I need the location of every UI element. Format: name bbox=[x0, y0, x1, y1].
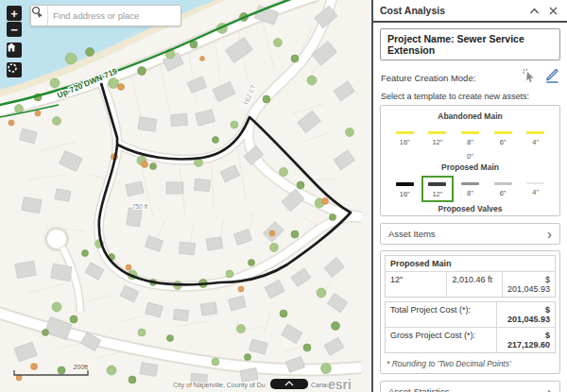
template-group-title: Proposed Valves bbox=[383, 204, 558, 213]
close-panel-button[interactable] bbox=[545, 4, 560, 17]
search-icon bbox=[31, 6, 43, 17]
rounding-footnote: * Rounding to 'Two Decimal Points' bbox=[385, 357, 556, 369]
asset-items-section[interactable]: Asset Items › bbox=[380, 223, 560, 245]
section-label: Asset Items bbox=[388, 229, 547, 239]
line-swatch bbox=[428, 131, 446, 134]
asset-cost: $ 201,045.93 bbox=[502, 272, 555, 297]
template-size-label: 6" bbox=[500, 189, 507, 197]
line-swatch bbox=[526, 131, 544, 134]
template-picker: Abandoned Main 16" 12" 8" bbox=[380, 105, 560, 216]
line-swatch bbox=[461, 131, 479, 134]
template-item-zero[interactable]: 0" bbox=[383, 152, 558, 161]
esri-logo: esri bbox=[328, 377, 352, 392]
draw-mode-button[interactable] bbox=[543, 68, 559, 87]
gross-cost-label: Gross Project Cost (*): bbox=[386, 328, 496, 352]
scale-label: 200ft bbox=[73, 364, 88, 370]
locate-button[interactable] bbox=[7, 62, 22, 77]
template-size-label: 8" bbox=[467, 138, 473, 146]
chevron-right-icon: › bbox=[547, 230, 552, 239]
cost-summary-card: Proposed Main 12" 2,010.46 ft $ 201,045.… bbox=[380, 250, 560, 374]
line-swatch bbox=[494, 131, 512, 134]
chevron-right-icon: › bbox=[547, 387, 552, 392]
attribution-text: City of Naperville, County of Du bbox=[173, 382, 266, 389]
project-name-field: Project Name: Sewer Service Extension bbox=[380, 28, 560, 60]
abandoned-main-row: 16" 12" 8" 6" bbox=[383, 125, 558, 150]
template-item-selected[interactable]: 12" bbox=[421, 176, 454, 202]
template-size-label: 16" bbox=[400, 138, 410, 146]
table-group-header: Proposed Main bbox=[386, 256, 555, 271]
line-swatch bbox=[526, 182, 544, 184]
template-size-label: 4" bbox=[532, 188, 539, 196]
line-swatch bbox=[461, 182, 479, 185]
asset-size: 12" bbox=[386, 272, 446, 297]
template-size-label: 8" bbox=[467, 189, 473, 197]
line-swatch bbox=[396, 131, 414, 134]
panel-body: Project Name: Sewer Service Extension Fe… bbox=[373, 23, 567, 392]
template-group-title: Abandoned Main bbox=[383, 111, 558, 121]
collapse-panel-button[interactable] bbox=[526, 4, 541, 17]
search-button[interactable] bbox=[162, 6, 180, 26]
cost-analysis-panel: Cost Analysis Project Name: Sewer Servic… bbox=[371, 0, 567, 392]
search-input[interactable] bbox=[48, 6, 162, 26]
close-icon bbox=[549, 7, 558, 15]
template-item[interactable]: 16" bbox=[388, 176, 421, 202]
distance-label: 750 ft bbox=[132, 203, 147, 210]
asset-statistics-section[interactable]: Asset Statistics › bbox=[380, 381, 560, 392]
asset-cost-table: Proposed Main 12" 2,010.46 ft $ 201,045.… bbox=[385, 255, 556, 298]
home-icon bbox=[7, 43, 16, 52]
scale-bar bbox=[14, 370, 88, 375]
zoom-out-button[interactable]: − bbox=[7, 22, 22, 37]
table-row: Gross Project Cost (*): $ 217,129.60 bbox=[386, 327, 555, 352]
smart-select-mode-button[interactable] bbox=[522, 68, 537, 87]
table-row: 12" 2,010.46 ft $ 201,045.93 bbox=[386, 271, 555, 297]
template-size-label: 4" bbox=[532, 138, 539, 146]
template-item[interactable]: 6" bbox=[487, 125, 519, 150]
zoom-in-button[interactable]: + bbox=[7, 6, 22, 21]
total-cost-label: Total Project Cost (*): bbox=[386, 302, 496, 327]
feature-creation-mode-row: Feature Creation Mode: bbox=[381, 68, 559, 87]
proposed-main-row: 16" 12" 8" 6" bbox=[383, 176, 558, 202]
line-swatch bbox=[494, 182, 512, 185]
locate-icon bbox=[7, 62, 18, 74]
template-item[interactable]: 4" bbox=[520, 176, 552, 202]
search-bar: ▾ bbox=[30, 5, 181, 26]
template-prompt: Select a template to create new assets: bbox=[381, 92, 559, 101]
attribution-toggle[interactable] bbox=[270, 379, 308, 389]
template-group-title: Proposed Main bbox=[383, 162, 558, 172]
template-item[interactable]: 8" bbox=[454, 125, 486, 150]
section-label: Asset Statistics bbox=[388, 386, 547, 392]
panel-header: Cost Analysis bbox=[373, 0, 567, 23]
totals-table: Total Project Cost (*): $ 201,045.93 Gro… bbox=[385, 301, 556, 353]
map-canvas[interactable]: Up-720 DWN-719 TEZ CT 750 ft 200ft City … bbox=[0, 0, 371, 392]
smart-select-icon bbox=[522, 68, 537, 83]
template-size-label: 12" bbox=[432, 138, 442, 146]
template-item[interactable]: 8" bbox=[454, 176, 486, 202]
template-item[interactable]: 4" bbox=[520, 125, 552, 150]
template-item[interactable]: 12" bbox=[421, 125, 454, 150]
table-row: Total Project Cost (*): $ 201,045.93 bbox=[386, 302, 555, 327]
template-size-label: 6" bbox=[500, 138, 507, 146]
collapse-icon bbox=[529, 7, 540, 15]
app-window: Up-720 DWN-719 TEZ CT 750 ft 200ft City … bbox=[0, 0, 567, 392]
line-swatch bbox=[396, 182, 414, 186]
template-size-label: 16" bbox=[400, 190, 410, 198]
line-swatch bbox=[428, 182, 446, 186]
panel-title: Cost Analysis bbox=[380, 5, 523, 16]
template-item[interactable]: 6" bbox=[487, 176, 519, 202]
gross-cost-value: $ 217,129.60 bbox=[496, 328, 555, 352]
cul-de-sac-fill bbox=[47, 230, 66, 248]
template-item[interactable]: 16" bbox=[388, 125, 421, 150]
total-cost-value: $ 201,045.93 bbox=[496, 302, 555, 327]
basemap: Up-720 DWN-719 TEZ CT 750 ft 200ft City … bbox=[0, 0, 371, 392]
home-button[interactable] bbox=[7, 43, 22, 58]
asset-length: 2,010.46 ft bbox=[446, 272, 502, 297]
template-size-label: 12" bbox=[432, 190, 442, 198]
pencil-icon bbox=[543, 68, 559, 83]
feature-creation-mode-label: Feature Creation Mode: bbox=[381, 73, 522, 83]
